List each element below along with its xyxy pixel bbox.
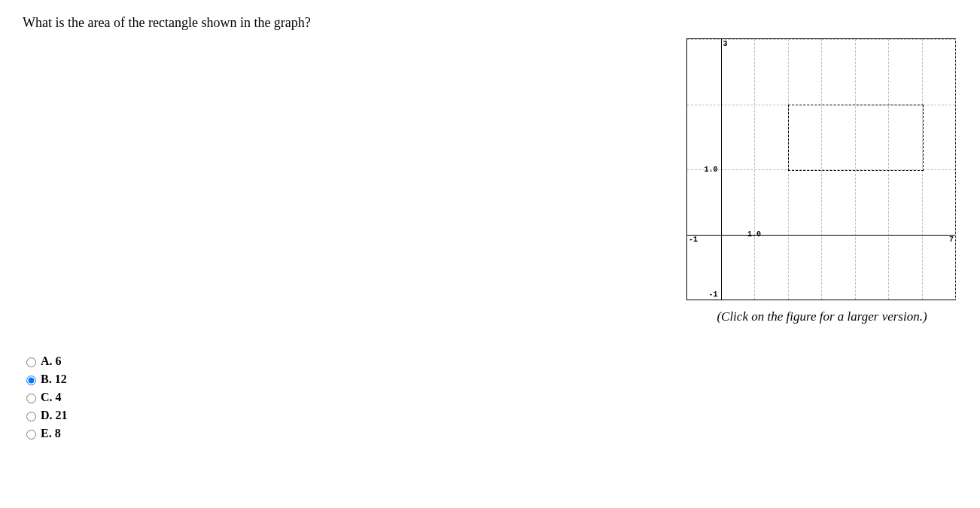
- axis-tick-label: 7: [949, 236, 954, 244]
- option-letter: C.: [41, 391, 53, 403]
- option-radio[interactable]: [26, 376, 36, 385]
- axis-tick-label: -1: [689, 236, 698, 244]
- option-row: E. 8: [23, 427, 957, 440]
- axis-tick-label: -1: [708, 291, 717, 299]
- option-value: 6: [56, 354, 62, 367]
- option-radio[interactable]: [26, 394, 36, 403]
- option-row: D. 21: [23, 409, 957, 422]
- option-label: A. 6: [41, 354, 62, 368]
- option-letter: A.: [41, 354, 53, 367]
- option-letter: B.: [41, 373, 52, 385]
- option-row: B. 12: [23, 373, 957, 386]
- option-row: C. 4: [23, 391, 957, 404]
- option-letter: D.: [41, 409, 53, 421]
- axis-tick-label: 3: [723, 40, 728, 48]
- answer-options: A. 6B. 12C. 4D. 21E. 8: [23, 354, 957, 440]
- grid-line-vertical: [955, 39, 956, 300]
- option-value: 4: [56, 391, 62, 403]
- figure-caption: (Click on the figure for a larger versio…: [686, 309, 957, 324]
- option-label: E. 8: [41, 427, 61, 440]
- option-letter: E.: [41, 427, 52, 440]
- option-label: C. 4: [41, 391, 62, 404]
- x-axis: [687, 235, 955, 236]
- axis-tick-label: 1.0: [747, 230, 761, 239]
- option-radio[interactable]: [26, 412, 36, 421]
- graph-figure[interactable]: -11.07-11.03: [686, 38, 956, 300]
- question-text: What is the area of the rectangle shown …: [23, 15, 957, 31]
- option-value: 8: [55, 427, 61, 440]
- option-value: 21: [56, 409, 68, 421]
- plotted-rectangle: [788, 105, 924, 172]
- option-label: B. 12: [41, 373, 67, 386]
- option-value: 12: [55, 373, 67, 385]
- y-axis: [721, 39, 722, 300]
- option-row: A. 6: [23, 354, 957, 368]
- axis-tick-label: 1.0: [704, 166, 717, 174]
- option-radio[interactable]: [26, 357, 36, 367]
- option-label: D. 21: [41, 409, 68, 422]
- option-radio[interactable]: [26, 430, 36, 440]
